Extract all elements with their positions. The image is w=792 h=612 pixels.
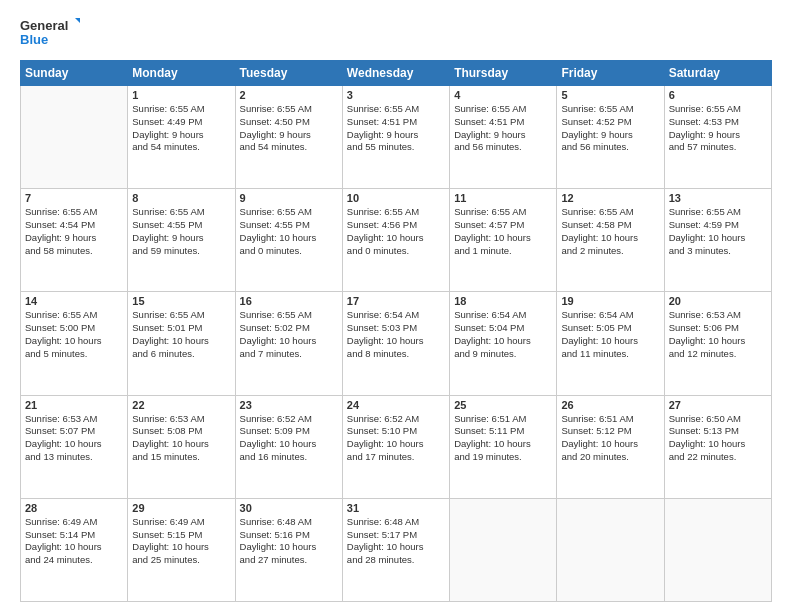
weekday-friday: Friday <box>557 61 664 86</box>
day-cell: 2Sunrise: 6:55 AM Sunset: 4:50 PM Daylig… <box>235 86 342 189</box>
day-number: 24 <box>347 399 445 411</box>
day-cell: 29Sunrise: 6:49 AM Sunset: 5:15 PM Dayli… <box>128 498 235 601</box>
day-number: 15 <box>132 295 230 307</box>
weekday-tuesday: Tuesday <box>235 61 342 86</box>
day-info: Sunrise: 6:54 AM Sunset: 5:04 PM Dayligh… <box>454 309 552 360</box>
day-number: 6 <box>669 89 767 101</box>
day-number: 29 <box>132 502 230 514</box>
day-cell: 1Sunrise: 6:55 AM Sunset: 4:49 PM Daylig… <box>128 86 235 189</box>
day-number: 20 <box>669 295 767 307</box>
day-cell: 7Sunrise: 6:55 AM Sunset: 4:54 PM Daylig… <box>21 189 128 292</box>
day-number: 13 <box>669 192 767 204</box>
day-cell <box>21 86 128 189</box>
day-number: 16 <box>240 295 338 307</box>
weekday-monday: Monday <box>128 61 235 86</box>
week-row-4: 21Sunrise: 6:53 AM Sunset: 5:07 PM Dayli… <box>21 395 772 498</box>
day-info: Sunrise: 6:55 AM Sunset: 4:55 PM Dayligh… <box>132 206 230 257</box>
day-info: Sunrise: 6:55 AM Sunset: 4:53 PM Dayligh… <box>669 103 767 154</box>
logo-svg: General Blue <box>20 16 80 52</box>
day-cell: 25Sunrise: 6:51 AM Sunset: 5:11 PM Dayli… <box>450 395 557 498</box>
header: General Blue <box>20 16 772 52</box>
day-number: 31 <box>347 502 445 514</box>
logo: General Blue <box>20 16 80 52</box>
day-cell: 20Sunrise: 6:53 AM Sunset: 5:06 PM Dayli… <box>664 292 771 395</box>
day-cell: 22Sunrise: 6:53 AM Sunset: 5:08 PM Dayli… <box>128 395 235 498</box>
svg-text:Blue: Blue <box>20 32 48 47</box>
day-number: 25 <box>454 399 552 411</box>
svg-text:General: General <box>20 18 68 33</box>
day-number: 18 <box>454 295 552 307</box>
day-info: Sunrise: 6:55 AM Sunset: 4:57 PM Dayligh… <box>454 206 552 257</box>
day-info: Sunrise: 6:55 AM Sunset: 4:59 PM Dayligh… <box>669 206 767 257</box>
day-cell: 12Sunrise: 6:55 AM Sunset: 4:58 PM Dayli… <box>557 189 664 292</box>
day-info: Sunrise: 6:55 AM Sunset: 4:54 PM Dayligh… <box>25 206 123 257</box>
day-cell: 10Sunrise: 6:55 AM Sunset: 4:56 PM Dayli… <box>342 189 449 292</box>
day-number: 10 <box>347 192 445 204</box>
day-number: 8 <box>132 192 230 204</box>
day-cell: 4Sunrise: 6:55 AM Sunset: 4:51 PM Daylig… <box>450 86 557 189</box>
day-number: 2 <box>240 89 338 101</box>
day-info: Sunrise: 6:55 AM Sunset: 4:56 PM Dayligh… <box>347 206 445 257</box>
day-cell: 13Sunrise: 6:55 AM Sunset: 4:59 PM Dayli… <box>664 189 771 292</box>
day-number: 19 <box>561 295 659 307</box>
day-info: Sunrise: 6:49 AM Sunset: 5:15 PM Dayligh… <box>132 516 230 567</box>
day-number: 9 <box>240 192 338 204</box>
day-cell: 27Sunrise: 6:50 AM Sunset: 5:13 PM Dayli… <box>664 395 771 498</box>
day-info: Sunrise: 6:55 AM Sunset: 4:51 PM Dayligh… <box>347 103 445 154</box>
day-info: Sunrise: 6:53 AM Sunset: 5:06 PM Dayligh… <box>669 309 767 360</box>
calendar-page: General Blue SundayMondayTuesdayWednesda… <box>0 0 792 612</box>
day-cell: 3Sunrise: 6:55 AM Sunset: 4:51 PM Daylig… <box>342 86 449 189</box>
day-number: 11 <box>454 192 552 204</box>
day-cell: 15Sunrise: 6:55 AM Sunset: 5:01 PM Dayli… <box>128 292 235 395</box>
day-cell: 31Sunrise: 6:48 AM Sunset: 5:17 PM Dayli… <box>342 498 449 601</box>
day-cell <box>664 498 771 601</box>
day-info: Sunrise: 6:55 AM Sunset: 4:58 PM Dayligh… <box>561 206 659 257</box>
day-info: Sunrise: 6:55 AM Sunset: 4:50 PM Dayligh… <box>240 103 338 154</box>
day-cell: 18Sunrise: 6:54 AM Sunset: 5:04 PM Dayli… <box>450 292 557 395</box>
day-number: 5 <box>561 89 659 101</box>
day-cell: 21Sunrise: 6:53 AM Sunset: 5:07 PM Dayli… <box>21 395 128 498</box>
day-info: Sunrise: 6:53 AM Sunset: 5:07 PM Dayligh… <box>25 413 123 464</box>
weekday-sunday: Sunday <box>21 61 128 86</box>
day-number: 28 <box>25 502 123 514</box>
week-row-2: 7Sunrise: 6:55 AM Sunset: 4:54 PM Daylig… <box>21 189 772 292</box>
day-info: Sunrise: 6:54 AM Sunset: 5:05 PM Dayligh… <box>561 309 659 360</box>
day-info: Sunrise: 6:50 AM Sunset: 5:13 PM Dayligh… <box>669 413 767 464</box>
day-number: 12 <box>561 192 659 204</box>
day-info: Sunrise: 6:51 AM Sunset: 5:12 PM Dayligh… <box>561 413 659 464</box>
day-info: Sunrise: 6:51 AM Sunset: 5:11 PM Dayligh… <box>454 413 552 464</box>
day-cell: 23Sunrise: 6:52 AM Sunset: 5:09 PM Dayli… <box>235 395 342 498</box>
day-info: Sunrise: 6:55 AM Sunset: 4:49 PM Dayligh… <box>132 103 230 154</box>
day-cell: 9Sunrise: 6:55 AM Sunset: 4:55 PM Daylig… <box>235 189 342 292</box>
day-number: 26 <box>561 399 659 411</box>
day-info: Sunrise: 6:55 AM Sunset: 4:51 PM Dayligh… <box>454 103 552 154</box>
day-number: 21 <box>25 399 123 411</box>
day-cell: 26Sunrise: 6:51 AM Sunset: 5:12 PM Dayli… <box>557 395 664 498</box>
day-cell: 5Sunrise: 6:55 AM Sunset: 4:52 PM Daylig… <box>557 86 664 189</box>
day-info: Sunrise: 6:48 AM Sunset: 5:16 PM Dayligh… <box>240 516 338 567</box>
week-row-5: 28Sunrise: 6:49 AM Sunset: 5:14 PM Dayli… <box>21 498 772 601</box>
day-cell: 14Sunrise: 6:55 AM Sunset: 5:00 PM Dayli… <box>21 292 128 395</box>
day-info: Sunrise: 6:55 AM Sunset: 5:01 PM Dayligh… <box>132 309 230 360</box>
day-number: 17 <box>347 295 445 307</box>
day-number: 1 <box>132 89 230 101</box>
day-cell <box>557 498 664 601</box>
weekday-saturday: Saturday <box>664 61 771 86</box>
weekday-header-row: SundayMondayTuesdayWednesdayThursdayFrid… <box>21 61 772 86</box>
day-cell: 17Sunrise: 6:54 AM Sunset: 5:03 PM Dayli… <box>342 292 449 395</box>
day-cell: 6Sunrise: 6:55 AM Sunset: 4:53 PM Daylig… <box>664 86 771 189</box>
day-info: Sunrise: 6:55 AM Sunset: 5:00 PM Dayligh… <box>25 309 123 360</box>
day-info: Sunrise: 6:52 AM Sunset: 5:10 PM Dayligh… <box>347 413 445 464</box>
day-info: Sunrise: 6:55 AM Sunset: 4:52 PM Dayligh… <box>561 103 659 154</box>
svg-marker-2 <box>75 18 80 25</box>
day-info: Sunrise: 6:54 AM Sunset: 5:03 PM Dayligh… <box>347 309 445 360</box>
day-number: 4 <box>454 89 552 101</box>
day-cell: 30Sunrise: 6:48 AM Sunset: 5:16 PM Dayli… <box>235 498 342 601</box>
calendar-table: SundayMondayTuesdayWednesdayThursdayFrid… <box>20 60 772 602</box>
day-number: 14 <box>25 295 123 307</box>
day-number: 23 <box>240 399 338 411</box>
weekday-wednesday: Wednesday <box>342 61 449 86</box>
day-number: 3 <box>347 89 445 101</box>
day-info: Sunrise: 6:49 AM Sunset: 5:14 PM Dayligh… <box>25 516 123 567</box>
day-number: 22 <box>132 399 230 411</box>
